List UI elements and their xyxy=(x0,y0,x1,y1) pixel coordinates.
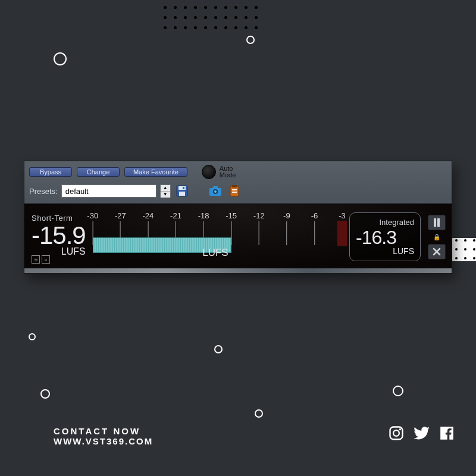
meter-unit-label: LUFS xyxy=(202,247,228,259)
deco-circle xyxy=(54,52,67,65)
collapse-button[interactable]: ▫ xyxy=(42,255,50,264)
svg-point-7 xyxy=(214,190,217,193)
svg-rect-8 xyxy=(230,186,239,196)
deco-circle xyxy=(393,386,403,396)
floppy-disk-icon xyxy=(176,185,188,197)
svg-rect-13 xyxy=(437,218,440,227)
svg-rect-9 xyxy=(232,185,237,187)
short-term-readout: Short-Term -15.9 LUFS xyxy=(32,210,86,261)
instagram-link[interactable] xyxy=(388,425,405,444)
contact-url: WWW.VST369.COM xyxy=(54,436,153,446)
snapshot-button[interactable] xyxy=(208,184,223,198)
twitter-link[interactable] xyxy=(413,425,431,444)
pause-icon xyxy=(433,218,440,227)
integrated-label: Integrated xyxy=(356,218,414,227)
make-favourite-button[interactable]: Make Favourite xyxy=(124,167,187,177)
auto-mode-label: Auto Mode xyxy=(220,165,236,178)
twitter-icon xyxy=(413,425,431,441)
plugin-window: Bypass Change Make Favourite Auto Mode P… xyxy=(24,161,452,274)
svg-rect-1 xyxy=(178,186,186,190)
svg-rect-11 xyxy=(232,192,237,193)
pause-button[interactable] xyxy=(428,215,446,230)
svg-rect-5 xyxy=(213,186,218,189)
deco-circle xyxy=(29,333,36,340)
plugin-footer-strip xyxy=(24,268,452,273)
deco-circle xyxy=(40,389,50,399)
clipboard-button[interactable] xyxy=(227,184,242,198)
presets-label: Presets: xyxy=(29,187,58,196)
svg-rect-10 xyxy=(232,189,237,190)
facebook-icon xyxy=(439,425,455,441)
plugin-header: Bypass Change Make Favourite Auto Mode P… xyxy=(24,161,452,203)
deco-circle xyxy=(255,409,263,418)
facebook-link[interactable] xyxy=(439,425,455,444)
svg-point-16 xyxy=(399,428,401,430)
close-button[interactable] xyxy=(428,244,446,259)
lock-icon[interactable]: 🔒 xyxy=(428,234,446,240)
integrated-value: -16.3 xyxy=(356,227,414,249)
svg-rect-3 xyxy=(183,187,184,189)
bypass-button[interactable]: Bypass xyxy=(29,167,72,177)
presets-input[interactable] xyxy=(61,184,156,198)
peak-indicator xyxy=(337,221,347,246)
meter-side-controls: 🔒 xyxy=(428,210,446,261)
short-term-value: -15.9 xyxy=(32,221,86,250)
presets-step-down-icon[interactable]: ▼ xyxy=(161,192,170,198)
svg-rect-2 xyxy=(179,192,185,196)
close-icon xyxy=(433,248,441,256)
presets-step-up-icon[interactable]: ▲ xyxy=(161,185,170,192)
meter-scale: -30-27-24-21-18-15-12-9-6-3 LUFS xyxy=(93,210,342,261)
expand-button[interactable]: ＋ xyxy=(32,255,40,264)
save-preset-button[interactable] xyxy=(174,184,190,198)
deco-circle xyxy=(246,36,255,44)
change-button[interactable]: Change xyxy=(77,167,120,177)
svg-point-15 xyxy=(393,430,399,436)
integrated-readout: Integrated -16.3 LUFS xyxy=(349,212,421,261)
auto-mode-label-line2: Mode xyxy=(220,172,236,178)
social-links xyxy=(388,425,455,444)
contact-line1: CONTACT NOW xyxy=(54,426,153,436)
dot-grid-top xyxy=(164,6,258,29)
auto-mode-knob-icon xyxy=(202,165,216,179)
instagram-icon xyxy=(388,425,405,441)
camera-icon xyxy=(209,186,222,196)
loudness-meter: Short-Term -15.9 LUFS -30-27-24-21-18-15… xyxy=(24,203,452,268)
presets-stepper[interactable]: ▲ ▼ xyxy=(160,184,171,198)
auto-mode-control[interactable]: Auto Mode xyxy=(202,165,236,179)
svg-rect-12 xyxy=(434,218,436,227)
contact-text: CONTACT NOW WWW.VST369.COM xyxy=(54,426,153,446)
clipboard-icon xyxy=(229,185,240,197)
deco-circle xyxy=(214,345,223,353)
